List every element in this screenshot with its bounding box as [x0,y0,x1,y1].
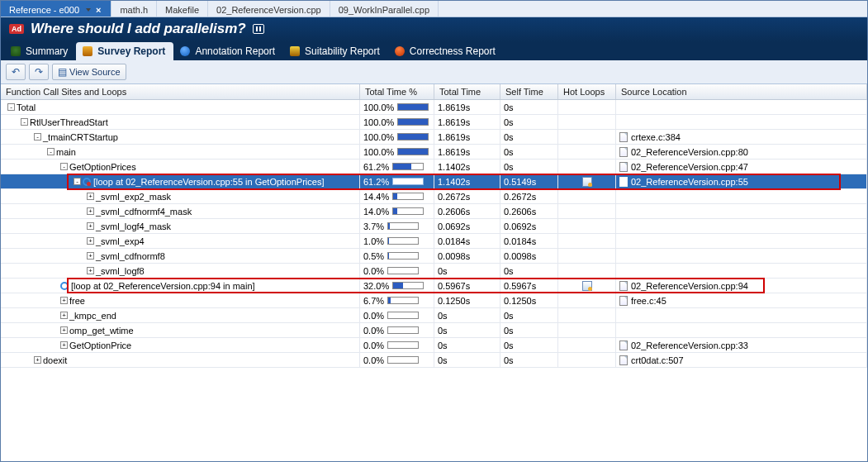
table-row[interactable]: +_svml_logf4_mask3.7%0.0692s0.0692s [1,219,867,234]
file-tab[interactable]: 02_ReferenceVersion.cpp [208,1,330,17]
suitability-icon [290,46,300,56]
table-row[interactable]: -main100.0%1.8619s0s02_ReferenceVersion.… [1,145,867,160]
table-row[interactable]: -GetOptionPrices61.2%1.1402s0s02_Referen… [1,160,867,174]
nav-back-button[interactable]: ↶ [6,64,26,80]
table-row[interactable]: +doexit0.0%0s0scrt0dat.c:507 [1,353,867,368]
row-label: [loop at 02_ReferenceVersion.cpp:94 in m… [71,281,255,291]
col-header-hot[interactable]: Hot Loops [558,84,616,99]
collapse-icon[interactable]: - [47,148,55,155]
file-tab[interactable]: math.h [111,1,157,17]
bar-track [392,178,424,185]
collapse-icon[interactable]: - [7,103,15,111]
expand-icon[interactable]: + [60,341,68,349]
tab-annotation[interactable]: Annotation Report [173,42,283,60]
pause-icon[interactable] [253,24,264,34]
pct-text: 32.0% [363,281,389,291]
table-row[interactable]: +_svml_cdfnormf4_mask14.0%0.2606s0.2606s [1,204,867,219]
pct-text: 0.0% [363,355,384,365]
col-header-function[interactable]: Function Call Sites and Loops [1,84,360,99]
cell-source [616,234,867,248]
cell-self: 0.1250s [500,293,558,307]
cell-function: +_svml_exp4 [1,234,360,248]
table-row[interactable]: +_svml_logf80.0%0s0s [1,264,867,279]
file-tab[interactable]: Makefile [157,1,208,17]
row-label: _svml_cdfnormf4_mask [96,207,192,217]
nav-forward-button[interactable]: ↷ [29,64,49,80]
col-header-self[interactable]: Self Time [500,84,558,99]
table-row[interactable]: +_svml_cdfnormf80.5%0.0098s0.0098s [1,249,867,264]
source-text: free.c:45 [631,296,666,306]
col-header-total[interactable]: Total Time [434,84,500,99]
collapse-icon[interactable]: - [74,178,81,185]
table-row[interactable]: -RtlUserThreadStart100.0%1.8619s0s [1,115,867,130]
loop-icon [83,178,91,186]
expand-icon[interactable]: + [87,222,94,230]
expand-icon[interactable]: + [60,312,68,319]
table-row[interactable]: +_kmpc_end0.0%0s0s [1,308,867,323]
table-row[interactable]: -Total100.0%1.8619s0s [1,100,867,115]
cell-hot [558,160,616,174]
hot-loop-icon[interactable] [582,281,592,291]
collapse-icon[interactable]: - [21,118,28,126]
pct-text: 100.0% [363,117,394,127]
cell-self: 0s [500,145,558,159]
cell-total: 1.8619s [434,145,500,159]
editor-file-tabs: Reference - e000 × math.h Makefile 02_Re… [1,1,867,17]
table-row[interactable]: +omp_get_wtime0.0%0s0s [1,323,867,338]
cell-total: 1.1402s [434,174,500,188]
row-label: _svml_cdfnormf8 [96,251,165,261]
pct-text: 14.0% [363,207,389,217]
hot-loop-icon[interactable] [582,177,592,187]
cell-source [616,204,867,218]
file-tab-active[interactable]: Reference - e000 × [1,1,111,17]
cell-pct: 0.0% [360,338,434,352]
file-tab[interactable]: 09_WorkInParallel.cpp [330,1,439,17]
cell-source [616,308,867,322]
expand-icon[interactable]: + [60,297,68,304]
file-tab-label: 02_ReferenceVersion.cpp [216,5,321,15]
table-row[interactable]: -_tmainCRTStartup100.0%1.8619s0scrtexe.c… [1,130,867,145]
table-row[interactable]: +_svml_exp2_mask14.4%0.2672s0.2672s [1,189,867,204]
expand-icon[interactable]: + [87,207,94,215]
source-text: 02_ReferenceVersion.cpp:33 [631,341,748,350]
cell-self: 0s [500,323,558,337]
table-row[interactable]: +_svml_exp41.0%0.0184s0.0184s [1,234,867,249]
bar-track [392,163,424,170]
table-row[interactable]: +free6.7%0.1250s0.1250sfree.c:45 [1,293,867,308]
cell-total: 0s [434,308,500,322]
tab-survey[interactable]: Survey Report [76,42,173,60]
document-icon: ▤ [58,66,67,78]
cell-self: 0s [500,100,558,114]
expand-icon[interactable]: + [87,237,94,245]
table-row[interactable]: +GetOptionPrice0.0%0s0s02_ReferenceVersi… [1,338,867,353]
table-row[interactable]: -[loop at 02_ReferenceVersion.cpp:55 in … [1,174,867,189]
tab-suitability[interactable]: Suitability Report [283,42,388,60]
table-row[interactable]: [loop at 02_ReferenceVersion.cpp:94 in m… [1,279,867,293]
expand-icon[interactable]: + [60,326,68,334]
tab-summary[interactable]: Summary [4,42,76,60]
chevron-down-icon[interactable] [86,8,91,12]
collapse-icon[interactable]: - [60,163,68,170]
cell-hot [558,249,616,263]
view-source-button[interactable]: ▤ View Source [52,64,126,80]
collapse-icon[interactable]: - [34,133,41,141]
col-header-pct[interactable]: Total Time % [360,84,434,99]
cell-source [616,323,867,337]
close-icon[interactable]: × [94,5,102,15]
expand-icon[interactable]: + [87,193,94,200]
tab-correctness[interactable]: Correctness Report [388,42,504,60]
expand-icon[interactable]: + [87,267,94,274]
expand-icon[interactable]: + [87,252,94,260]
cell-hot [558,219,616,233]
title-bar: Ad Where should I add parallelism? [1,17,867,42]
table-body-wrap: -Total100.0%1.8619s0s-RtlUserThreadStart… [1,100,867,368]
expand-icon[interactable]: + [34,356,41,364]
arrow-left-icon: ↶ [12,66,20,78]
advisor-icon: Ad [9,24,24,34]
cell-function: +_svml_exp2_mask [1,189,360,203]
cell-self: 0s [500,160,558,174]
cell-pct: 3.7% [360,219,434,233]
row-label: Total [17,102,36,112]
file-icon [619,132,628,142]
col-header-source[interactable]: Source Location [616,84,867,99]
